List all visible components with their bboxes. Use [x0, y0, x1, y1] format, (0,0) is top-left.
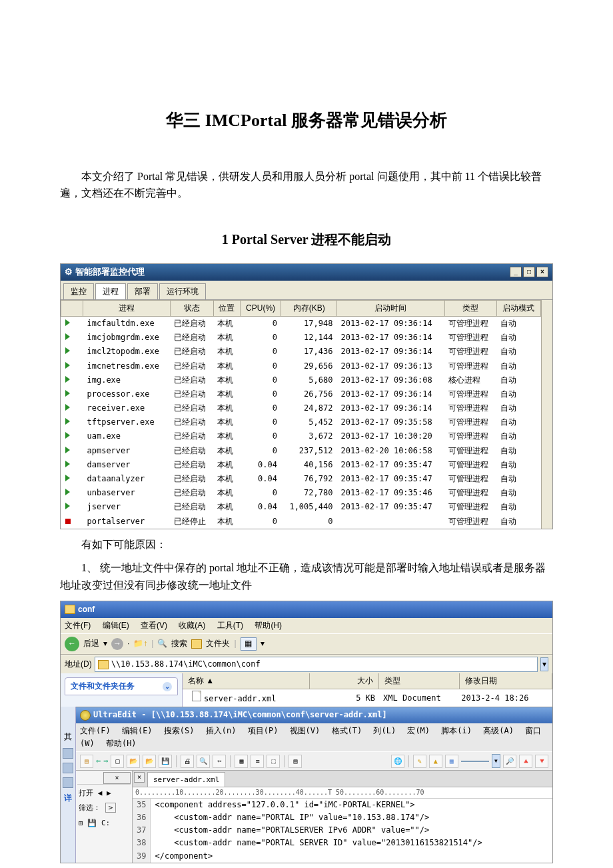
forward-button[interactable]: →	[111, 638, 123, 650]
up-button[interactable]: 📁↑	[133, 637, 147, 650]
close-button[interactable]: ×	[536, 267, 548, 277]
side-icon[interactable]	[63, 748, 73, 759]
tb-cut-icon[interactable]: ✂	[213, 755, 226, 768]
table-row[interactable]: img.exe已经启动本机05,6802013-02-17 09:36:08核心…	[61, 373, 541, 387]
folders-label[interactable]: 文件夹	[206, 637, 230, 650]
tb-paste-icon[interactable]: ≡	[251, 755, 264, 768]
tb-arrow-right-icon[interactable]: ⇒	[103, 755, 108, 767]
search-icon[interactable]: 🔍	[157, 637, 167, 650]
back-button[interactable]: ←	[65, 637, 79, 651]
tb-copy-icon[interactable]: ▦	[235, 755, 248, 768]
tb-save-icon[interactable]: 💾	[159, 755, 172, 768]
views-dropdown-icon[interactable]: ▾	[261, 637, 265, 650]
ue-menu-file[interactable]: 文件(F)	[80, 726, 111, 735]
side-icon[interactable]	[63, 763, 73, 773]
tree-expand-icon[interactable]: ⊞	[79, 819, 83, 827]
maximize-button[interactable]: □	[523, 267, 535, 277]
tb-tool2-icon[interactable]: ▲	[429, 755, 442, 768]
tb-arrow-left-icon[interactable]: ⇐	[96, 755, 101, 767]
minimize-button[interactable]: _	[510, 267, 522, 277]
menu-fav[interactable]: 收藏(A)	[179, 621, 205, 630]
tab-process[interactable]: 进程	[95, 283, 126, 299]
tb-tool3-icon[interactable]: ▦	[445, 755, 458, 768]
table-row[interactable]: imcfaultdm.exe已经启动本机017,9482013-02-17 09…	[61, 316, 541, 331]
ue-code-lines[interactable]: <component address="127.0.0.1" id="iMC-P…	[151, 799, 486, 863]
tb-tool1-icon[interactable]: ✎	[413, 755, 426, 768]
table-row[interactable]: imcjobmgrdm.exe已经启动本机012,1442013-02-17 0…	[61, 331, 541, 345]
ue-menu-search[interactable]: 搜索(S)	[164, 726, 195, 735]
table-row[interactable]: tftpserver.exe已经启动本机05,4522013-02-17 09:…	[61, 415, 541, 429]
col-mem[interactable]: 内存(KB)	[281, 300, 337, 316]
col-mode[interactable]: 启动模式	[496, 300, 540, 316]
col-type[interactable]: 类型	[379, 673, 460, 689]
tb-globe-icon[interactable]: 🌐	[391, 755, 404, 768]
table-row[interactable]: apmserver已经启动本机0237,5122013-02-20 10:06:…	[61, 444, 541, 458]
col-state[interactable]: 状态	[170, 300, 213, 316]
col-loc[interactable]: 位置	[213, 300, 240, 316]
pane-close-icon[interactable]: ×	[103, 772, 131, 784]
ue-menu-advanced[interactable]: 高级(A)	[483, 726, 514, 735]
col-name[interactable]: 名称 ▲	[183, 673, 310, 689]
table-row[interactable]: imcnetresdm.exe已经启动本机029,6562013-02-17 0…	[61, 359, 541, 373]
tb-openquick-icon[interactable]: 📂	[143, 755, 156, 768]
chevron-down-icon[interactable]: ⌄	[163, 682, 172, 691]
table-row[interactable]: dataanalyzer已经启动本机0.0476,7922013-02-17 0…	[61, 472, 541, 486]
table-row[interactable]: receiver.exe已经启动本机024,8722013-02-17 09:3…	[61, 401, 541, 415]
menu-tools[interactable]: 工具(T)	[217, 621, 243, 630]
tab-monitor[interactable]: 监控	[63, 283, 94, 299]
tb-find-icon[interactable]: 🔎	[503, 755, 516, 768]
tb-combo[interactable]	[461, 761, 489, 762]
side-icon[interactable]	[63, 777, 73, 788]
ue-menu-column[interactable]: 列(L)	[373, 726, 396, 735]
scrollbar[interactable]	[541, 300, 552, 529]
col-size[interactable]: 大小	[310, 673, 379, 689]
tb-findup-icon[interactable]: 🔺	[519, 755, 532, 768]
ue-menu-script[interactable]: 脚本(i)	[441, 726, 472, 735]
ue-editor[interactable]: 35 36 37 38 39 <component address="127.0…	[133, 799, 552, 863]
tb-preview-icon[interactable]: 🔍	[197, 755, 210, 768]
col-process[interactable]: 进程	[83, 300, 171, 316]
ue-menu-macro[interactable]: 宏(M)	[407, 726, 430, 735]
tab-env[interactable]: 运行环境	[159, 283, 206, 299]
menu-help[interactable]: 帮助(H)	[255, 621, 282, 630]
file-tab[interactable]: server-addr.xml	[147, 772, 225, 787]
filter-button[interactable]: >	[105, 803, 117, 813]
ue-menu-format[interactable]: 格式(T)	[332, 726, 362, 735]
tasks-header[interactable]: 文件和文件夹任务 ⌄	[65, 677, 178, 695]
addr-dropdown-icon[interactable]: ▾	[540, 657, 548, 671]
back-dropdown-icon[interactable]: ▾	[103, 637, 107, 650]
menu-file[interactable]: 文件(F)	[65, 621, 91, 630]
folders-icon[interactable]	[191, 639, 202, 649]
tb-hex-icon[interactable]: ⬚	[267, 755, 280, 768]
table-row[interactable]: portalserver已经停止本机00可管理进程自动	[61, 515, 541, 529]
drive-icon[interactable]: 💾	[87, 819, 97, 827]
table-row[interactable]: damserver已经启动本机0.0440,1562013-02-17 09:3…	[61, 458, 541, 472]
table-row[interactable]: jserver已经启动本机0.041,005,4402013-02-17 09:…	[61, 500, 541, 514]
col-type[interactable]: 类型	[444, 300, 496, 316]
ue-menu-insert[interactable]: 插入(n)	[206, 726, 237, 735]
tb-print-icon[interactable]: 🖨	[181, 755, 194, 768]
table-row[interactable]: processor.exe已经启动本机026,7562013-02-17 09:…	[61, 387, 541, 401]
tb-book-icon[interactable]: ▤	[80, 755, 93, 768]
tab-deploy[interactable]: 部署	[127, 283, 158, 299]
nav-next-icon[interactable]: ▶	[107, 789, 111, 797]
tb-open-icon[interactable]: 📂	[127, 755, 140, 768]
menu-view[interactable]: 查看(V)	[141, 621, 167, 630]
address-input[interactable]: \\10.153.88.174\iMC\common\conf	[95, 657, 538, 672]
back-label[interactable]: 后退	[83, 637, 99, 650]
table-row[interactable]: uam.exe已经启动本机03,6722013-02-17 10:30:20可管…	[61, 429, 541, 443]
col-start[interactable]: 启动时间	[336, 300, 444, 316]
col-icon[interactable]	[61, 300, 83, 316]
tabbar-close-icon[interactable]: ×	[134, 772, 145, 783]
search-label[interactable]: 搜索	[171, 637, 187, 650]
ue-menu-edit[interactable]: 编辑(E)	[122, 726, 153, 735]
table-row[interactable]: imcl2topodm.exe已经启动本机017,4362013-02-17 0…	[61, 345, 541, 359]
ue-menu-help[interactable]: 帮助(H)	[106, 739, 137, 748]
tb-finddown-icon[interactable]: 🔻	[535, 755, 548, 768]
nav-prev-icon[interactable]: ◀	[98, 789, 103, 797]
col-date[interactable]: 修改日期	[460, 673, 552, 689]
file-row[interactable]: server-addr.xml 5 KB XML Document 2013-2…	[183, 689, 552, 707]
ue-menu-project[interactable]: 项目(P)	[248, 726, 279, 735]
tb-doc-icon[interactable]: ▤	[289, 755, 302, 768]
menu-edit[interactable]: 编辑(E)	[103, 621, 129, 630]
